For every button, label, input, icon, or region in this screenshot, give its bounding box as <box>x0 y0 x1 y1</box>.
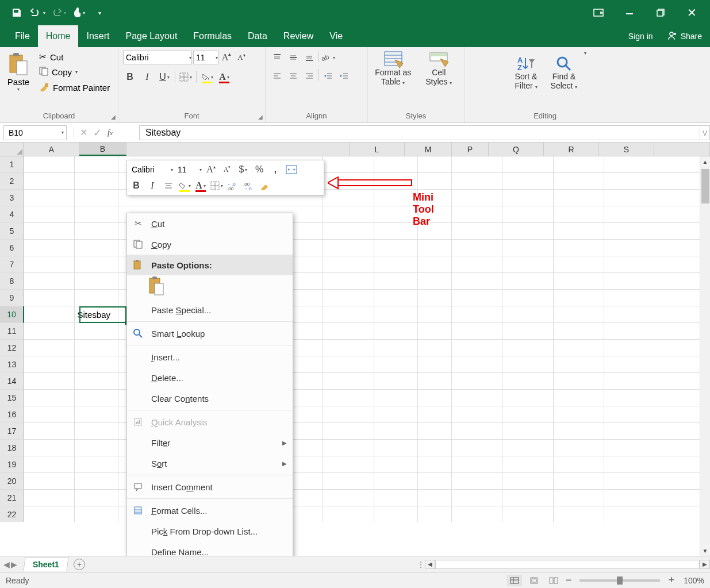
cell[interactable] <box>502 490 553 506</box>
cell[interactable] <box>374 506 418 522</box>
cell[interactable] <box>452 223 502 239</box>
spreadsheet-grid[interactable]: 12345678910111213141516171819202122 Site… <box>0 156 710 522</box>
hscroll-right-button[interactable]: ▶ <box>700 560 710 569</box>
cell[interactable] <box>323 473 374 489</box>
copy-button[interactable]: Copy▾ <box>37 66 112 79</box>
paste-option-default-icon[interactable] <box>149 276 164 296</box>
cell[interactable] <box>75 173 118 189</box>
tab-view[interactable]: Vie <box>321 25 351 47</box>
cell[interactable] <box>502 406 553 422</box>
cell[interactable] <box>323 190 374 206</box>
mini-italic-button[interactable]: I <box>145 179 159 193</box>
cell[interactable] <box>502 473 553 489</box>
cell[interactable] <box>502 373 553 389</box>
cell[interactable] <box>452 256 502 272</box>
menu-smart-lookup[interactable]: Smart Lookup <box>127 323 293 344</box>
select-all-corner[interactable] <box>0 143 24 156</box>
mini-font-name[interactable]: Calibri▾ <box>129 165 173 174</box>
menu-paste-options[interactable]: Paste Options: <box>127 255 293 275</box>
cell[interactable] <box>554 423 604 439</box>
col-header-a[interactable]: A <box>24 143 79 156</box>
cell[interactable] <box>24 373 75 389</box>
cell[interactable] <box>452 406 502 422</box>
cell[interactable] <box>502 323 553 339</box>
cell[interactable] <box>75 506 118 522</box>
cell[interactable] <box>323 290 374 306</box>
cell[interactable] <box>323 306 374 322</box>
zoom-slider[interactable] <box>579 579 660 582</box>
cell[interactable] <box>554 490 604 506</box>
cell[interactable] <box>374 440 418 456</box>
row-header[interactable]: 3 <box>0 190 24 206</box>
format-painter-button[interactable]: Format Painter <box>37 81 112 94</box>
cell[interactable] <box>418 423 452 439</box>
decrease-indent-icon[interactable] <box>321 69 335 83</box>
cell[interactable] <box>452 156 502 172</box>
cell[interactable] <box>554 323 604 339</box>
cell[interactable] <box>75 156 118 172</box>
cell[interactable] <box>374 456 418 472</box>
cell[interactable] <box>418 390 452 406</box>
cell[interactable] <box>75 273 118 289</box>
cell[interactable] <box>323 323 374 339</box>
mini-fill-color-button[interactable]: ▾ <box>178 179 191 193</box>
cell[interactable] <box>24 490 75 506</box>
cell[interactable] <box>604 373 710 389</box>
cell[interactable] <box>374 206 418 222</box>
share-button[interactable]: Share <box>661 26 708 46</box>
cell[interactable] <box>24 473 75 489</box>
cell[interactable] <box>604 206 710 222</box>
mini-comma-icon[interactable]: , <box>268 163 282 176</box>
cell[interactable] <box>554 456 604 472</box>
zoom-in-button[interactable]: + <box>668 574 674 586</box>
mini-align-center-icon[interactable] <box>162 179 175 193</box>
cell[interactable] <box>604 506 710 522</box>
cell[interactable] <box>418 156 452 172</box>
cell[interactable] <box>604 323 710 339</box>
row-header[interactable]: 2 <box>0 173 24 190</box>
col-header-m[interactable]: M <box>405 143 452 156</box>
cell[interactable] <box>418 173 452 189</box>
cell[interactable] <box>24 406 75 422</box>
cell[interactable] <box>24 156 75 172</box>
cell[interactable] <box>24 223 75 239</box>
cell[interactable] <box>554 223 604 239</box>
cell[interactable] <box>24 306 75 322</box>
row-header[interactable]: 8 <box>0 273 24 290</box>
cell[interactable] <box>452 173 502 189</box>
cell[interactable] <box>418 373 452 389</box>
row-header[interactable]: 16 <box>0 406 24 423</box>
cell[interactable] <box>554 256 604 272</box>
cell[interactable] <box>502 423 553 439</box>
cell[interactable] <box>604 190 710 206</box>
cell[interactable] <box>75 190 118 206</box>
row-header[interactable]: 14 <box>0 373 24 390</box>
undo-button[interactable]: ▾ <box>29 4 46 21</box>
vertical-scrollbar[interactable]: ▲ ▼ <box>700 156 710 556</box>
font-dialog-launcher-icon[interactable]: ◢ <box>258 114 263 120</box>
cell[interactable] <box>604 240 710 256</box>
cell[interactable] <box>24 456 75 472</box>
menu-filter[interactable]: Filter▶ <box>127 432 293 453</box>
cell[interactable] <box>452 356 502 372</box>
cell[interactable] <box>452 240 502 256</box>
scroll-down-button[interactable]: ▼ <box>700 545 710 556</box>
col-header-p[interactable]: P <box>452 143 489 156</box>
borders-button[interactable]: ▾ <box>179 70 193 84</box>
mini-decrease-decimal-icon[interactable]: .00→.0 <box>242 179 256 193</box>
cell[interactable] <box>502 340 553 356</box>
cell[interactable] <box>374 306 418 322</box>
mini-bold-button[interactable]: B <box>129 179 143 193</box>
mini-increase-decimal-icon[interactable]: ←.0.00 <box>226 179 240 193</box>
cell[interactable] <box>452 473 502 489</box>
cell[interactable] <box>24 340 75 356</box>
cell[interactable] <box>604 173 710 189</box>
cell[interactable] <box>502 156 553 172</box>
cell[interactable] <box>24 323 75 339</box>
row-header[interactable]: 4 <box>0 206 24 223</box>
cell[interactable] <box>604 423 710 439</box>
cell[interactable] <box>554 390 604 406</box>
cell[interactable] <box>604 356 710 372</box>
cell[interactable] <box>75 356 118 372</box>
cell[interactable] <box>502 240 553 256</box>
